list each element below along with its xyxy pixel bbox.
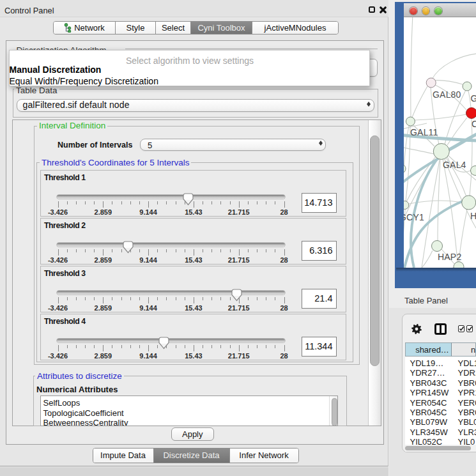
svg-text:GAL11: GAL11 [410,127,438,137]
svg-text:GAL4: GAL4 [443,160,466,170]
svg-text:GCY1: GCY1 [404,212,424,222]
svg-text:HI: HI [470,211,476,221]
svg-text:HAP2: HAP2 [438,252,461,262]
svg-text:GA: GA [471,93,476,104]
svg-text:C: C [472,119,476,129]
svg-text:GAL80: GAL80 [433,89,461,100]
